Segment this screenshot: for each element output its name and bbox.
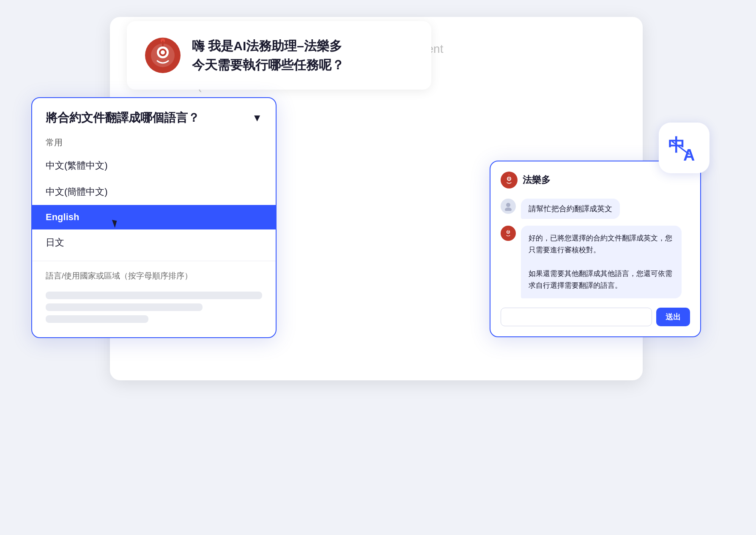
user-avatar-icon xyxy=(501,199,516,214)
ai-greeting-card: 嗨 我是AI法務助理–法樂多 今天需要執行哪些任務呢？ xyxy=(127,21,431,90)
user-message-row: 請幫忙把合約翻譯成英文 xyxy=(501,199,690,219)
skeleton-line-1 xyxy=(46,292,262,299)
svg-point-4 xyxy=(161,50,165,55)
greeting-line2: 今天需要執行哪些任務呢？ xyxy=(192,55,344,74)
lang-item-zh-traditional[interactable]: 中文(繁體中文) xyxy=(32,153,276,179)
translate-icon: 中 A xyxy=(667,133,701,163)
bot-response-line6: 語言。 xyxy=(600,281,622,289)
bot-message-row: 好的，已將您選擇的合約文件翻譯成英文，您只需要進行審核校對。 如果還需要其他翻譯… xyxy=(501,226,690,298)
bot-message-bubble: 好的，已將您選擇的合約文件翻譯成英文，您只需要進行審核校對。 如果還需要其他翻譯… xyxy=(521,226,682,298)
svg-point-21 xyxy=(508,232,509,232)
chat-bot-name: 法樂多 xyxy=(523,174,551,186)
lang-item-japanese[interactable]: 日文 xyxy=(32,229,276,256)
lang-item-zh-simplified[interactable]: 中文(簡體中文) xyxy=(32,179,276,205)
chat-input-field[interactable] xyxy=(501,308,652,326)
svg-rect-23 xyxy=(508,229,509,231)
section-common-label: 常用 xyxy=(32,134,276,153)
lang-item-english[interactable]: English xyxy=(32,205,276,229)
user-message-bubble: 請幫忙把合約翻譯成英文 xyxy=(521,199,620,219)
translate-icon-card: 中 A xyxy=(659,123,709,173)
skeleton-line-2 xyxy=(46,303,203,311)
svg-point-16 xyxy=(506,203,510,207)
bot-response-line4: 如果還需要其他翻譯成其他語言， xyxy=(529,270,636,278)
language-dropdown-card[interactable]: 將合約文件翻譯成哪個語言？ ▼ 常用 中文(繁體中文) 中文(簡體中文) Eng… xyxy=(31,97,277,338)
dropdown-divider xyxy=(32,261,276,261)
ai-greeting-text: 嗨 我是AI法務助理–法樂多 今天需要執行哪些任務呢？ xyxy=(192,36,344,74)
svg-rect-6 xyxy=(162,41,164,46)
dropdown-arrow-icon[interactable]: ▼ xyxy=(252,112,262,124)
greeting-line1: 嗨 我是AI法務助理–法樂多 xyxy=(192,36,344,55)
dropdown-title: 將合約文件翻譯成哪個語言？ xyxy=(46,110,200,126)
svg-point-13 xyxy=(509,178,510,180)
chat-header: 法樂多 xyxy=(501,172,690,192)
section-all-label: 語言/使用國家或區域（按字母順序排序） xyxy=(32,266,276,287)
chat-input-row: 送出 xyxy=(501,308,690,326)
bot-avatar-small xyxy=(501,226,516,241)
svg-point-17 xyxy=(505,207,512,211)
dropdown-header: 將合約文件翻譯成哪個語言？ ▼ xyxy=(32,98,276,134)
svg-rect-15 xyxy=(509,175,509,177)
send-button[interactable]: 送出 xyxy=(656,308,690,326)
skeleton-line-3 xyxy=(46,315,148,323)
ai-avatar xyxy=(144,36,182,74)
bot-response-line1: 好的，已將您選擇的合約文件翻譯 xyxy=(529,234,636,242)
chat-bot-avatar xyxy=(501,172,518,188)
chat-panel: 法樂多 請幫忙把合約翻譯成英文 好的，已將您選擇的合約文件翻譯成英文，您只需要進… xyxy=(490,161,701,337)
